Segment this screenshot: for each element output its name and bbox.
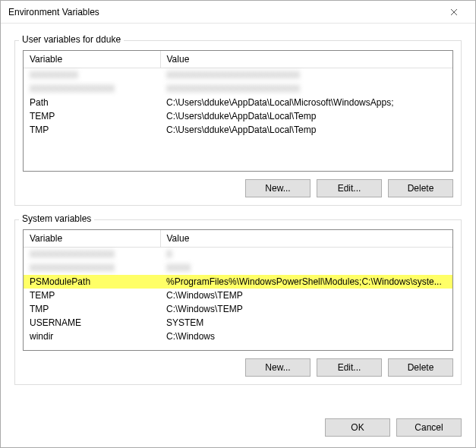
system-vars-list[interactable]: Variable Value XXXXXXXXXXXXXX X — [23, 229, 453, 351]
table-row[interactable]: TEMP C:\Windows\TEMP — [24, 289, 452, 302]
cell-value: C:\Windows — [160, 330, 452, 343]
table-row[interactable]: USERNAME SYSTEM — [24, 316, 452, 330]
user-col-variable[interactable]: Variable — [24, 51, 160, 68]
sys-edit-button[interactable]: Edit... — [317, 358, 382, 377]
cell-variable: TEMP — [24, 289, 160, 302]
cell-value: C:\Windows\TEMP — [160, 302, 452, 316]
table-row[interactable]: windir C:\Windows — [24, 330, 452, 343]
table-row[interactable]: XXXXXXXXXXXXXX X — [24, 248, 452, 262]
env-vars-dialog: Environment Variables User variables for… — [0, 0, 476, 448]
dialog-body: User variables for dduke Variable Value — [1, 24, 475, 411]
cell-variable: Path — [24, 96, 160, 109]
system-vars-group: System variables Variable Value — [14, 219, 462, 385]
table-row[interactable]: TMP C:\Users\dduke\AppData\Local\Temp — [24, 123, 452, 137]
cell-value: SYSTEM — [160, 316, 452, 330]
cell-variable: XXXXXXXXXXXXXX — [24, 82, 160, 96]
cell-variable: USERNAME — [24, 316, 160, 330]
cell-variable: XXXXXXXX — [24, 68, 160, 83]
dialog-footer: OK Cancel — [1, 411, 475, 447]
system-vars-label: System variables — [19, 213, 94, 224]
user-delete-button[interactable]: Delete — [388, 179, 453, 197]
cell-value: C:\Users\dduke\AppData\Local\Temp — [160, 109, 452, 123]
cell-value: XXXXXXXXXXXXXXXXXXXXXX — [160, 68, 452, 83]
sys-col-variable[interactable]: Variable — [24, 230, 160, 248]
table-row[interactable]: XXXXXXXXXXXXXX XXXX — [24, 261, 452, 275]
cell-variable: TMP — [24, 123, 160, 137]
cell-value: XXXX — [160, 261, 452, 275]
cell-value: XXXXXXXXXXXXXXXXXXXXXX — [160, 82, 452, 96]
user-vars-group: User variables for dduke Variable Value — [14, 40, 462, 206]
cell-value: C:\Users\dduke\AppData\Local\Microsoft\W… — [160, 96, 452, 109]
titlebar: Environment Variables — [1, 1, 475, 24]
table-row[interactable]: TMP C:\Windows\TEMP — [24, 302, 452, 316]
cell-variable: XXXXXXXXXXXXXX — [24, 261, 160, 275]
user-new-button[interactable]: New... — [245, 179, 311, 197]
table-row-psmodulepath[interactable]: PSModulePath %ProgramFiles%\WindowsPower… — [24, 275, 452, 289]
sys-new-button[interactable]: New... — [245, 358, 311, 377]
user-col-value[interactable]: Value — [160, 51, 452, 68]
cell-variable: PSModulePath — [24, 275, 160, 289]
user-vars-list[interactable]: Variable Value XXXXXXXX XXXXXXXXXXXXXXXX… — [23, 50, 453, 172]
window-title: Environment Variables — [8, 7, 439, 17]
cell-variable: windir — [24, 330, 160, 343]
cell-variable: TEMP — [24, 109, 160, 123]
user-vars-buttons: New... Edit... Delete — [23, 179, 453, 197]
user-edit-button[interactable]: Edit... — [317, 179, 382, 197]
system-vars-buttons: New... Edit... Delete — [23, 358, 453, 377]
cell-value: C:\Users\dduke\AppData\Local\Temp — [160, 123, 452, 137]
sys-col-value[interactable]: Value — [160, 230, 452, 248]
cancel-button[interactable]: Cancel — [396, 418, 462, 437]
cell-variable: TMP — [24, 302, 160, 316]
cell-value: X — [160, 248, 452, 262]
user-vars-box: Variable Value XXXXXXXX XXXXXXXXXXXXXXXX… — [14, 40, 462, 206]
table-row[interactable]: XXXXXXXXXXXXXX XXXXXXXXXXXXXXXXXXXXXX — [24, 82, 452, 96]
cell-value: %ProgramFiles%\WindowsPowerShell\Modules… — [160, 275, 452, 289]
system-vars-box: Variable Value XXXXXXXXXXXXXX X — [14, 219, 462, 385]
table-row[interactable]: Path C:\Users\dduke\AppData\Local\Micros… — [24, 96, 452, 109]
table-row[interactable]: TEMP C:\Users\dduke\AppData\Local\Temp — [24, 109, 452, 123]
cell-value: C:\Windows\TEMP — [160, 289, 452, 302]
ok-button[interactable]: OK — [325, 418, 390, 437]
user-vars-label: User variables for dduke — [19, 34, 124, 45]
sys-delete-button[interactable]: Delete — [388, 358, 453, 377]
close-icon[interactable] — [439, 2, 469, 23]
table-row[interactable]: XXXXXXXX XXXXXXXXXXXXXXXXXXXXXX — [24, 68, 452, 83]
cell-variable: XXXXXXXXXXXXXX — [24, 248, 160, 262]
